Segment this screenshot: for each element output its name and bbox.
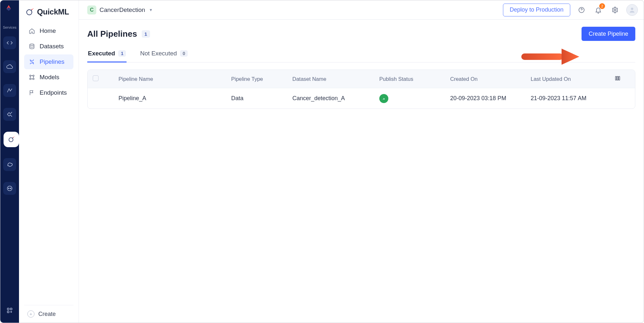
svg-point-14 [33, 75, 34, 76]
col-header-type[interactable]: Pipeline Type [226, 76, 287, 82]
page-count-badge: 1 [142, 30, 150, 38]
columns-icon [614, 75, 621, 81]
col-header-dataset[interactable]: Dataset Name [287, 76, 374, 82]
sidebar-item-home[interactable]: Home [24, 24, 73, 38]
svg-point-10 [32, 9, 33, 10]
help-button[interactable] [576, 5, 587, 15]
svg-point-13 [30, 75, 31, 76]
tab-label: Not Executed [140, 50, 177, 57]
cell-pipeline-name: Pipeline_A [113, 95, 226, 102]
plus-icon: + [27, 310, 34, 318]
svg-point-15 [30, 78, 31, 80]
rail-service-cloud[interactable] [3, 60, 16, 73]
sidebar-item-models[interactable]: Models [24, 70, 73, 85]
pipelines-table: Pipeline Name Pipeline Type Dataset Name… [87, 70, 635, 109]
svg-point-1 [13, 137, 14, 138]
project-switcher[interactable]: C CancerDetection ▼ [85, 4, 155, 16]
chevron-down-icon: ▼ [149, 8, 153, 12]
tab-label: Executed [88, 50, 115, 57]
table-row[interactable]: Pipeline_A Data Cancer_detection_A 20-09… [88, 88, 635, 109]
create-pipeline-button[interactable]: Create Pipeline [582, 27, 635, 41]
publish-status-icon [379, 94, 388, 103]
notifications-button[interactable]: 2 [593, 5, 604, 15]
rail-service-functions[interactable] [3, 36, 16, 49]
sidebar-item-datasets[interactable]: Datasets [24, 39, 73, 54]
table-header-row: Pipeline Name Pipeline Type Dataset Name… [88, 70, 635, 88]
notification-badge: 2 [599, 3, 605, 9]
svg-point-19 [631, 7, 633, 10]
app-brand-name: QuickML [37, 7, 69, 16]
user-icon [629, 6, 636, 14]
app-sidebar: QuickML Home Datasets Pipelines Models E… [19, 0, 79, 323]
svg-point-0 [9, 138, 13, 142]
svg-point-2 [14, 137, 14, 137]
col-header-name[interactable]: Pipeline Name [113, 76, 226, 82]
cell-created-on: 20-09-2023 03:18 PM [445, 95, 526, 102]
home-icon [29, 28, 35, 34]
svg-point-3 [7, 186, 12, 191]
user-avatar[interactable] [626, 4, 638, 16]
sidebar-item-label: Pipelines [40, 58, 64, 65]
tab-executed[interactable]: Executed 1 [87, 50, 127, 62]
svg-rect-8 [7, 311, 9, 313]
rail-service-unknown1[interactable] [3, 108, 16, 121]
tab-not-executed[interactable]: Not Executed 0 [139, 50, 188, 62]
app-brand: QuickML [24, 5, 73, 24]
models-icon [29, 74, 35, 81]
sidebar-item-pipelines[interactable]: Pipelines [24, 54, 73, 69]
sidebar-create-label: Create [38, 311, 56, 318]
project-initial: C [87, 5, 96, 14]
svg-rect-6 [7, 308, 9, 310]
project-name: CancerDetection [99, 6, 145, 14]
flag-icon [29, 90, 35, 96]
svg-point-4 [8, 188, 9, 189]
tab-count-badge: 1 [118, 50, 126, 57]
select-all-checkbox[interactable] [93, 75, 99, 81]
col-header-created[interactable]: Created On [445, 76, 526, 82]
quickml-icon [25, 8, 34, 16]
sidebar-item-label: Datasets [40, 43, 64, 50]
rail-service-quickml[interactable] [4, 132, 19, 147]
cell-dataset-name: Cancer_detection_A [287, 95, 374, 102]
tab-count-badge: 0 [180, 50, 188, 57]
svg-point-16 [33, 78, 34, 80]
svg-point-11 [33, 8, 33, 9]
sidebar-item-label: Models [40, 74, 59, 81]
cell-pipeline-type: Data [226, 95, 287, 102]
rail-service-stratus[interactable] [3, 158, 16, 171]
rail-service-zia[interactable] [3, 84, 16, 97]
rail-service-bot[interactable] [3, 182, 16, 195]
svg-rect-24 [619, 76, 620, 80]
settings-button[interactable] [610, 5, 620, 15]
svg-rect-23 [617, 76, 618, 80]
svg-point-12 [30, 44, 34, 46]
help-icon [578, 6, 585, 14]
topbar: C CancerDetection ▼ Deploy to Production… [79, 0, 644, 20]
pipeline-icon [29, 59, 35, 65]
rail-apps-grid[interactable] [3, 304, 16, 317]
services-rail: Services [0, 0, 19, 323]
sidebar-create[interactable]: + Create [24, 305, 73, 323]
svg-point-5 [10, 188, 11, 189]
page-title: All Pipelines [87, 29, 137, 39]
database-icon [29, 43, 35, 50]
svg-rect-22 [615, 76, 616, 80]
column-settings-button[interactable] [609, 75, 635, 83]
services-section-label: Services [3, 25, 16, 29]
svg-point-18 [614, 9, 616, 11]
sidebar-item-label: Home [40, 27, 56, 34]
cell-updated-on: 21-09-2023 11:57 AM [526, 95, 609, 102]
sidebar-item-label: Endpoints [40, 89, 67, 96]
deploy-button[interactable]: Deploy to Production [503, 4, 570, 16]
col-header-updated[interactable]: Last Updated On [526, 76, 609, 82]
catalyst-logo-icon [5, 4, 14, 13]
sidebar-item-endpoints[interactable]: Endpoints [24, 85, 73, 100]
svg-rect-7 [10, 308, 12, 310]
gear-icon [611, 6, 619, 14]
col-header-status[interactable]: Publish Status [374, 76, 445, 82]
